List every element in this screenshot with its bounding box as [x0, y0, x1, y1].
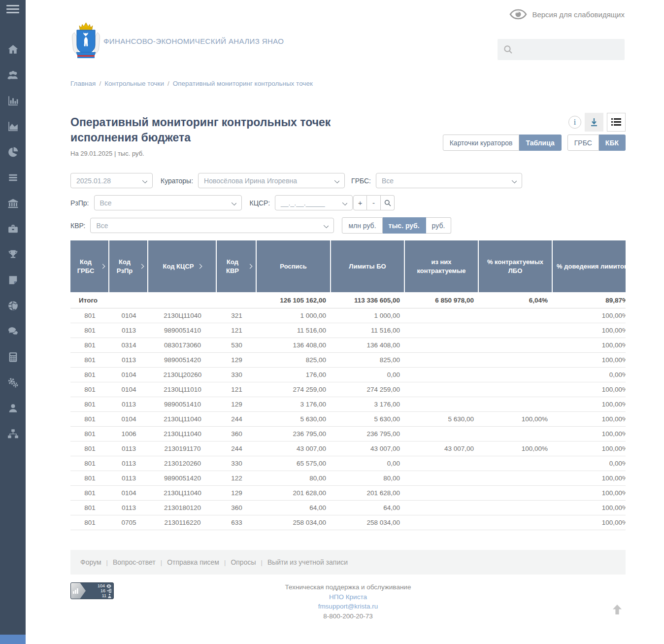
table-row[interactable]: 801 0113 2130120260 330 65 575,00 0,00 0… — [70, 456, 626, 471]
kcsr-select[interactable]: __._.__._____ — [275, 195, 353, 210]
footer-link-polls[interactable]: Опросы — [231, 558, 256, 566]
grbs-select[interactable]: Все — [376, 173, 522, 188]
cell-pct-lbo — [479, 427, 553, 441]
globe-icon[interactable] — [6, 299, 19, 312]
col-header-grbs[interactable]: Код ГРБС — [70, 240, 109, 292]
cell-pct-dov: 100,00% — [553, 515, 626, 530]
note-icon[interactable] — [6, 273, 19, 286]
gears-icon[interactable] — [6, 376, 19, 389]
table-row[interactable]: 801 0113 9890051410 121 11 516,00 11 516… — [70, 323, 626, 338]
cell-limits: 0,00 — [331, 368, 405, 382]
breadcrumb-home[interactable]: Главная — [70, 80, 96, 87]
support-org-link[interactable]: НПО Криста — [70, 592, 626, 602]
cell-contract — [405, 368, 479, 382]
toggle-curator-cards[interactable]: Карточки кураторов — [443, 135, 520, 151]
person-icon[interactable] — [6, 402, 19, 414]
col-header-limits[interactable]: Лимиты БО — [331, 240, 405, 292]
bank-icon[interactable] — [6, 197, 19, 209]
table-row[interactable]: 801 0113 2130191170 244 43 007,00 43 007… — [70, 441, 626, 456]
table-row[interactable]: 801 0705 2130116220 633 258 034,00 258 0… — [70, 515, 626, 530]
sort-icon — [139, 264, 144, 269]
table-row[interactable]: 801 0113 9890051420 129 825,00 825,00 10… — [70, 353, 626, 368]
footer-link-mail[interactable]: Отправка писем — [167, 558, 219, 566]
kcsr-expand-button[interactable]: + — [353, 195, 367, 210]
search-input[interactable] — [517, 46, 619, 54]
list-icon[interactable] — [6, 171, 19, 184]
cell-kcsr: 9890051410 — [148, 397, 217, 411]
col-header-contract[interactable]: из них контрактуемые — [405, 240, 479, 292]
info-icon[interactable]: i — [568, 116, 581, 129]
cell-kcsr: 2130Ц20260 — [148, 368, 217, 382]
scroll-top-button[interactable] — [611, 603, 624, 618]
cell-rospis: 176,00 — [257, 368, 331, 382]
kvr-label: КВР: — [70, 222, 85, 230]
cell-pct-dov: 100,00% — [553, 486, 626, 500]
cell-kvr: 121 — [217, 382, 257, 397]
cell-pct-lbo: 100,00% — [479, 441, 553, 456]
kvr-select[interactable]: Все — [90, 218, 334, 233]
list-view-button[interactable] — [607, 113, 626, 132]
search-box[interactable] — [498, 39, 625, 60]
area-chart-icon[interactable] — [6, 120, 19, 133]
bar-chart-icon[interactable] — [6, 94, 19, 107]
list-view-icon — [611, 118, 621, 126]
kcsr-collapse-button[interactable]: - — [367, 195, 381, 210]
date-select[interactable]: 2025.01.28 — [70, 173, 153, 188]
toggle-tys-rub[interactable]: тыс. руб. — [383, 217, 426, 234]
cell-pct-lbo — [479, 397, 553, 411]
cell-kvr: 330 — [217, 368, 257, 382]
footer-link-logout[interactable]: Выйти из учетной записи — [267, 558, 348, 566]
col-header-kvr[interactable]: Код КВР — [217, 240, 257, 292]
menu-icon[interactable] — [6, 5, 26, 13]
footer-link-forum[interactable]: Форум — [80, 558, 101, 566]
pie-chart-icon[interactable] — [6, 145, 19, 158]
toggle-rub[interactable]: руб. — [426, 217, 452, 234]
table-row[interactable]: 801 0104 2130Ц11040 129 201 628,00 201 6… — [70, 486, 626, 501]
chat-icon[interactable] — [6, 325, 19, 338]
rzpr-select[interactable]: Все — [94, 195, 242, 210]
table-row[interactable]: 801 0104 2130Ц11040 321 1 000,00 1 000,0… — [70, 308, 626, 323]
cell-contract — [405, 338, 479, 352]
table-row[interactable]: 801 0104 2130Ц11010 121 274 259,00 274 2… — [70, 382, 626, 397]
toggle-mln-rub[interactable]: млн руб. — [342, 217, 382, 234]
table-row[interactable]: 801 0113 9890051420 122 80,00 80,00 100,… — [70, 471, 626, 486]
download-button[interactable] — [585, 113, 603, 132]
col-header-pct-lbo[interactable]: % контрактуемых ЛБО — [479, 240, 553, 292]
table-row[interactable]: 801 0104 2130Ц11040 244 5 630,00 5 630,0… — [70, 412, 626, 427]
kcsr-search-button[interactable] — [381, 195, 395, 210]
col-header-kcsr[interactable]: Код КЦСР — [148, 240, 217, 292]
toggle-table[interactable]: Таблица — [519, 135, 561, 151]
cell-rzpr: 0113 — [109, 456, 148, 471]
toggle-kbk[interactable]: КБК — [599, 135, 626, 151]
grbs-label: ГРБС: — [351, 177, 371, 185]
logo[interactable]: ФИНАНСОВО-ЭКОНОМИЧЕСКИЙ АНАЛИЗ ЯНАО — [70, 22, 284, 60]
cell-kvr: 321 — [217, 308, 257, 323]
footer-link-qa[interactable]: Вопрос-ответ — [113, 558, 156, 566]
cell-grbs: 801 — [70, 441, 109, 456]
curators-select[interactable]: Новосёлова Ирина Игоревна — [198, 173, 345, 188]
briefcase-icon[interactable] — [6, 222, 19, 235]
toggle-grbs[interactable]: ГРБС — [567, 135, 599, 151]
col-header-rzpr[interactable]: Код РзПр — [109, 240, 148, 292]
table-row[interactable]: 801 0113 2130180120 360 64,00 64,00 100,… — [70, 501, 626, 515]
cell-contract — [405, 308, 479, 323]
accessibility-toggle[interactable]: Версия для слабовидящих — [509, 9, 625, 20]
table-row[interactable]: 801 1006 2130Ц11040 360 236 795,00 236 7… — [70, 427, 626, 441]
cell-limits: 0,00 — [331, 456, 405, 471]
cell-rzpr: 0113 — [109, 323, 148, 338]
calculator-icon[interactable] — [6, 350, 19, 363]
table-row[interactable]: 801 0113 9890051410 129 3 176,00 3 176,0… — [70, 397, 626, 412]
breadcrumb-control-points[interactable]: Контрольные точки — [104, 80, 164, 87]
support-email-link[interactable]: fmsupport@krista.ru — [70, 602, 626, 611]
table-row[interactable]: 801 0314 0830173060 530 136 408,00 136 4… — [70, 338, 626, 353]
home-icon[interactable] — [6, 43, 19, 56]
users-icon[interactable] — [6, 68, 19, 81]
cell-pct-dov: 0,00% — [553, 368, 626, 382]
cell-pct-lbo — [479, 486, 553, 500]
trophy-icon[interactable] — [6, 248, 19, 261]
sitemap-icon[interactable] — [6, 427, 19, 440]
table-row[interactable]: 801 0104 2130Ц20260 330 176,00 0,00 0,00… — [70, 368, 626, 382]
col-header-pct-dov[interactable]: % доведения лимитов — [553, 240, 626, 292]
cell-rospis: 3 176,00 — [257, 397, 331, 411]
col-header-rospis[interactable]: Роспись — [257, 240, 331, 292]
